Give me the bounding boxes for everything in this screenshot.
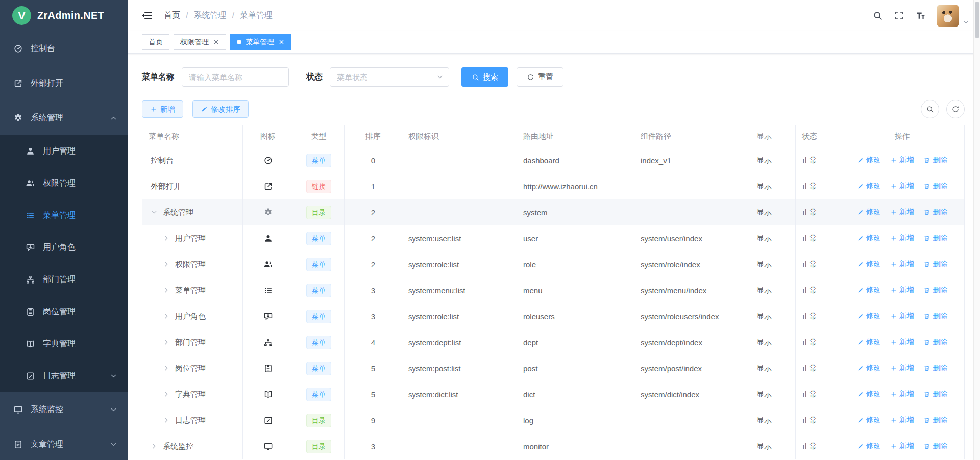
sidebar-item-article-management[interactable]: 文章管理 bbox=[0, 427, 128, 460]
add-row-button[interactable]: 新增 bbox=[890, 441, 914, 451]
table-row[interactable]: 权限管理 菜单 2 system:role:list role system/r… bbox=[142, 251, 965, 277]
breadcrumb-system[interactable]: 系统管理 bbox=[193, 10, 226, 21]
add-row-button[interactable]: 新增 bbox=[890, 181, 914, 191]
cell-permission: system:user:list bbox=[402, 225, 517, 251]
table-header-row: 菜单名称 图标 类型 排序 权限标识 路由地址 组件路径 显示 状态 操作 bbox=[142, 125, 965, 147]
edit-row-button[interactable]: 修改 bbox=[857, 415, 881, 425]
search-icon bbox=[926, 105, 934, 113]
add-row-button[interactable]: 新增 bbox=[890, 285, 914, 295]
status-select-input[interactable] bbox=[330, 67, 449, 87]
delete-row-button[interactable]: 删除 bbox=[923, 207, 947, 217]
delete-row-button[interactable]: 删除 bbox=[923, 415, 947, 425]
expand-row-icon[interactable] bbox=[163, 261, 175, 268]
avatar[interactable] bbox=[937, 5, 959, 27]
sidebar-toggle-icon[interactable] bbox=[141, 10, 153, 21]
tab-home[interactable]: 首页 bbox=[142, 34, 169, 50]
org-tree-icon bbox=[263, 338, 273, 347]
refresh-table-button[interactable] bbox=[946, 100, 965, 118]
fullscreen-icon[interactable] bbox=[894, 10, 904, 21]
collapse-row-icon[interactable] bbox=[151, 209, 163, 216]
table-row[interactable]: 控制台 菜单 0 dashboard index_v1 显示 正常 修改 新增 … bbox=[142, 147, 965, 173]
delete-row-button[interactable]: 删除 bbox=[923, 181, 947, 191]
sidebar-item-permission-management[interactable]: 权限管理 bbox=[0, 167, 128, 199]
scrollbar-thumb[interactable] bbox=[975, 2, 979, 38]
sidebar-item-system-management[interactable]: 系统管理 bbox=[0, 100, 128, 135]
table-row[interactable]: 外部打开 链接 1 http://www.izhaorui.cn 显示 正常 修… bbox=[142, 173, 965, 199]
close-icon[interactable] bbox=[278, 39, 285, 45]
cell-permission: system:role:list bbox=[402, 303, 517, 329]
edit-sort-button[interactable]: 修改排序 bbox=[192, 100, 249, 118]
delete-row-button[interactable]: 删除 bbox=[923, 363, 947, 373]
close-icon[interactable] bbox=[213, 39, 219, 45]
table-row[interactable]: 系统管理 目录 2 system 显示 正常 修改 新增 删除 bbox=[142, 199, 965, 225]
edit-row-button[interactable]: 修改 bbox=[857, 233, 881, 243]
tab-permission-management[interactable]: 权限管理 bbox=[174, 34, 226, 50]
table-row[interactable]: 岗位管理 菜单 5 system:post:list post system/p… bbox=[142, 355, 965, 381]
breadcrumb-home[interactable]: 首页 bbox=[164, 10, 180, 21]
table-row[interactable]: 系统监控 目录 3 monitor 显示 正常 修改 新增 删除 bbox=[142, 433, 965, 459]
status-select[interactable] bbox=[330, 67, 449, 87]
edit-row-button[interactable]: 修改 bbox=[857, 441, 881, 451]
expand-row-icon[interactable] bbox=[151, 443, 163, 450]
add-row-button[interactable]: 新增 bbox=[890, 207, 914, 217]
sidebar-item-post-management[interactable]: 岗位管理 bbox=[0, 296, 128, 328]
scrollbar-track[interactable] bbox=[973, 0, 980, 460]
table-row[interactable]: 用户管理 菜单 2 system:user:list user system/u… bbox=[142, 225, 965, 251]
add-row-button[interactable]: 新增 bbox=[890, 155, 914, 165]
sidebar-item-system-monitor[interactable]: 系统监控 bbox=[0, 392, 128, 427]
sidebar-item-external-open[interactable]: 外部打开 bbox=[0, 66, 128, 100]
expand-row-icon[interactable] bbox=[163, 235, 175, 242]
expand-row-icon[interactable] bbox=[163, 313, 175, 320]
edit-row-button[interactable]: 修改 bbox=[857, 363, 881, 373]
sidebar-item-console[interactable]: 控制台 bbox=[0, 31, 128, 66]
add-row-button[interactable]: 新增 bbox=[890, 311, 914, 321]
delete-row-button[interactable]: 删除 bbox=[923, 259, 947, 269]
expand-row-icon[interactable] bbox=[163, 417, 175, 424]
edit-row-button[interactable]: 修改 bbox=[857, 337, 881, 347]
reset-button[interactable]: 重置 bbox=[517, 67, 564, 87]
sidebar-item-user-management[interactable]: 用户管理 bbox=[0, 135, 128, 167]
tab-menu-management[interactable]: 菜单管理 bbox=[230, 34, 291, 50]
delete-row-button[interactable]: 删除 bbox=[923, 311, 947, 321]
edit-row-button[interactable]: 修改 bbox=[857, 181, 881, 191]
delete-row-button[interactable]: 删除 bbox=[923, 441, 947, 451]
table-row[interactable]: 日志管理 目录 9 log 显示 正常 修改 新增 删除 bbox=[142, 407, 965, 433]
table-row[interactable]: 部门管理 菜单 4 system:dept:list dept system/d… bbox=[142, 329, 965, 355]
sidebar-item-user-role[interactable]: 用户角色 bbox=[0, 232, 128, 264]
sidebar-item-menu-management[interactable]: 菜单管理 bbox=[0, 199, 128, 232]
expand-row-icon[interactable] bbox=[163, 365, 175, 372]
expand-row-icon[interactable] bbox=[163, 287, 175, 294]
table-row[interactable]: 字典管理 菜单 5 system:dict:list dict system/d… bbox=[142, 381, 965, 407]
add-button[interactable]: 新增 bbox=[142, 100, 183, 118]
add-row-button[interactable]: 新增 bbox=[890, 337, 914, 347]
table-row[interactable]: 用户角色 菜单 3 system:role:list roleusers sys… bbox=[142, 303, 965, 329]
menu-name-input[interactable] bbox=[182, 67, 289, 87]
delete-row-button[interactable]: 删除 bbox=[923, 233, 947, 243]
toggle-search-button[interactable] bbox=[921, 100, 939, 118]
delete-row-button[interactable]: 删除 bbox=[923, 285, 947, 295]
edit-row-button[interactable]: 修改 bbox=[857, 389, 881, 399]
search-button[interactable]: 搜索 bbox=[461, 67, 508, 87]
search-icon[interactable] bbox=[872, 10, 883, 21]
edit-row-button[interactable]: 修改 bbox=[857, 285, 881, 295]
delete-row-button[interactable]: 删除 bbox=[923, 155, 947, 165]
table-row[interactable]: 菜单管理 菜单 3 system:menu:list menu system/m… bbox=[142, 277, 965, 303]
delete-row-button[interactable]: 删除 bbox=[923, 389, 947, 399]
sidebar-item-dict-management[interactable]: 字典管理 bbox=[0, 328, 128, 360]
add-row-button[interactable]: 新增 bbox=[890, 363, 914, 373]
sidebar-item-log-management[interactable]: 日志管理 bbox=[0, 360, 128, 392]
expand-row-icon[interactable] bbox=[163, 391, 175, 398]
delete-row-button[interactable]: 删除 bbox=[923, 337, 947, 347]
edit-row-button[interactable]: 修改 bbox=[857, 259, 881, 269]
add-row-button[interactable]: 新增 bbox=[890, 233, 914, 243]
expand-row-icon[interactable] bbox=[163, 339, 175, 346]
add-row-button[interactable]: 新增 bbox=[890, 259, 914, 269]
edit-row-button[interactable]: 修改 bbox=[857, 155, 881, 165]
font-size-icon[interactable] bbox=[915, 10, 926, 21]
add-row-button[interactable]: 新增 bbox=[890, 415, 914, 425]
edit-row-button[interactable]: 修改 bbox=[857, 207, 881, 217]
sidebar-item-dept-management[interactable]: 部门管理 bbox=[0, 264, 128, 296]
edit-row-button[interactable]: 修改 bbox=[857, 311, 881, 321]
add-row-button[interactable]: 新增 bbox=[890, 389, 914, 399]
user-menu[interactable] bbox=[937, 5, 970, 27]
